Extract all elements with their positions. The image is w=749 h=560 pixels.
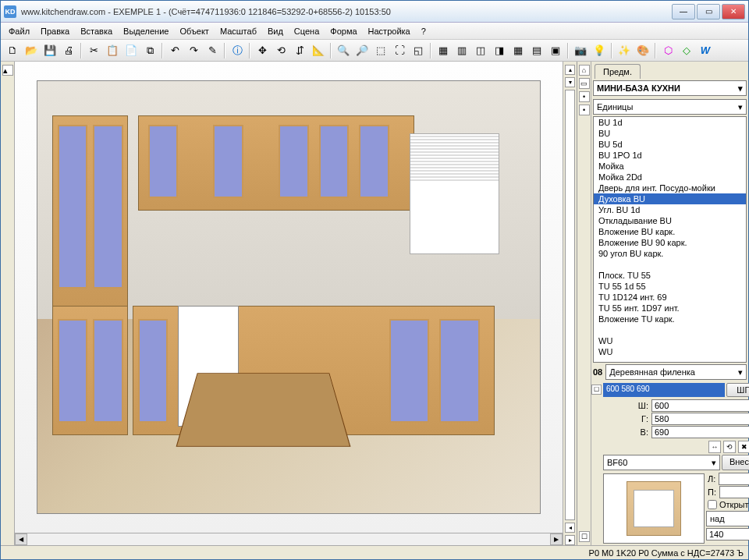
model-dropdown[interactable]: BF60 bbox=[603, 455, 720, 470]
height-val-input[interactable] bbox=[706, 528, 749, 541]
whd-button[interactable]: ШГВ bbox=[726, 383, 749, 397]
menu-view[interactable]: Вид bbox=[263, 25, 288, 37]
list-item[interactable]: WU bbox=[594, 346, 746, 357]
shape1-icon[interactable]: ⬡ bbox=[659, 42, 676, 59]
side-tool-3[interactable]: ◂ bbox=[565, 523, 575, 533]
view-real-icon[interactable]: ▣ bbox=[547, 42, 564, 59]
zoom-fit-icon[interactable]: ⛶ bbox=[391, 42, 408, 59]
tab-objects[interactable]: Предм. bbox=[595, 64, 641, 79]
list-item[interactable]: 90 угол BU карк. bbox=[594, 248, 746, 259]
light-icon[interactable]: 💡 bbox=[591, 42, 608, 59]
side-tool-2[interactable]: ▾ bbox=[565, 77, 575, 87]
list-item[interactable]: BU 5d bbox=[594, 139, 746, 150]
duplicate-icon[interactable]: ⧉ bbox=[141, 42, 158, 59]
3d-render[interactable] bbox=[15, 62, 563, 533]
view-wire-icon[interactable]: ◫ bbox=[472, 42, 489, 59]
mini-icon-1[interactable]: ↔ bbox=[708, 441, 721, 453]
menu-settings[interactable]: Настройка bbox=[364, 25, 415, 37]
copy-icon[interactable]: 📋 bbox=[104, 42, 121, 59]
redo-icon[interactable]: ↷ bbox=[185, 42, 202, 59]
view-grid-icon[interactable]: ▤ bbox=[528, 42, 545, 59]
side-icon-home[interactable]: ⌂ bbox=[579, 65, 590, 76]
mini-icon-3[interactable]: ✖ bbox=[738, 441, 749, 453]
scroll-right-icon[interactable]: ▶ bbox=[550, 533, 563, 545]
side-icon-check[interactable]: ☐ bbox=[579, 531, 590, 542]
view-color-icon[interactable]: ▦ bbox=[509, 42, 527, 59]
list-item[interactable]: BU bbox=[594, 128, 746, 139]
height-input[interactable] bbox=[651, 426, 749, 438]
list-item[interactable]: Откладывание BU bbox=[594, 215, 746, 226]
side-tool-1[interactable]: ▴ bbox=[565, 65, 575, 75]
menu-zoom[interactable]: Масштаб bbox=[215, 25, 261, 37]
list-item[interactable]: Вложение BU 90 карк. bbox=[594, 237, 746, 248]
move-icon[interactable]: ✥ bbox=[254, 42, 271, 59]
side-icon-book[interactable]: ▭ bbox=[579, 78, 590, 89]
camera-icon[interactable]: 📷 bbox=[572, 42, 589, 59]
width-input[interactable] bbox=[651, 399, 749, 412]
side-tool-4[interactable]: ▸ bbox=[565, 535, 575, 545]
menu-help[interactable]: ? bbox=[417, 25, 431, 37]
list-item[interactable]: Духовка BU bbox=[594, 193, 746, 204]
tool-icon[interactable]: ✎ bbox=[204, 42, 221, 59]
close-button[interactable]: ✕ bbox=[722, 4, 745, 19]
list-item[interactable]: Дверь для инт. Посудо-мойки bbox=[594, 183, 746, 193]
list-item[interactable]: TU 1D124 инт. 69 bbox=[594, 292, 746, 303]
wand-icon[interactable]: ✨ bbox=[616, 42, 633, 59]
horizontal-scrollbar[interactable]: ◀ ▶ bbox=[15, 533, 563, 545]
zoom-out-icon[interactable]: 🔎 bbox=[353, 42, 371, 59]
shape3-icon[interactable]: W bbox=[697, 42, 714, 59]
mini-icon-2[interactable]: ⟲ bbox=[723, 441, 736, 453]
undo-icon[interactable]: ↶ bbox=[166, 42, 183, 59]
list-item[interactable]: BU 1PO 1d bbox=[594, 150, 746, 161]
side-icon-small1[interactable]: • bbox=[579, 91, 590, 102]
scroll-left-icon[interactable]: ◀ bbox=[15, 533, 27, 545]
depth-input[interactable] bbox=[651, 413, 749, 425]
list-item[interactable]: Мойка 2Dd bbox=[594, 172, 746, 183]
zoom-all-icon[interactable]: ◱ bbox=[410, 42, 427, 59]
open-icon[interactable]: 📂 bbox=[23, 42, 40, 59]
print-icon[interactable]: 🖨 bbox=[60, 42, 77, 59]
new-icon[interactable]: 🗋 bbox=[4, 42, 21, 59]
cut-icon[interactable]: ✂ bbox=[85, 42, 102, 59]
list-item[interactable]: TU 55 инт. 1D97 инт. bbox=[594, 303, 746, 314]
menu-insert[interactable]: Вставка bbox=[76, 25, 117, 37]
info-icon[interactable]: ⓘ bbox=[229, 42, 246, 59]
menu-edit[interactable]: Правка bbox=[36, 25, 74, 37]
menu-selection[interactable]: Выделение bbox=[119, 25, 173, 37]
list-item[interactable]: BU 1d bbox=[594, 117, 746, 128]
list-item[interactable]: WU bbox=[594, 335, 746, 346]
view-elev-icon[interactable]: ▥ bbox=[453, 42, 470, 59]
menu-scene[interactable]: Сцена bbox=[289, 25, 324, 37]
view-plan-icon[interactable]: ▦ bbox=[435, 42, 452, 59]
object-list[interactable]: BU 1dBUBU 5dBU 1PO 1dМойкаМойка 2DdДверь… bbox=[593, 116, 747, 363]
list-item[interactable]: Вложение BU карк. bbox=[594, 226, 746, 237]
menu-form[interactable]: Форма bbox=[325, 25, 361, 37]
menu-file[interactable]: Файл bbox=[4, 25, 34, 37]
list-item[interactable]: Мойка bbox=[594, 161, 746, 172]
list-item[interactable]: Угл. BU 1d bbox=[594, 204, 746, 215]
open-checkbox[interactable] bbox=[708, 500, 717, 509]
zoom-area-icon[interactable]: ⬚ bbox=[372, 42, 389, 59]
rotate-icon[interactable]: ⟲ bbox=[272, 42, 289, 59]
flip-icon[interactable]: ⇵ bbox=[291, 42, 308, 59]
measure-icon[interactable]: 📐 bbox=[310, 42, 327, 59]
list-item[interactable] bbox=[594, 259, 746, 270]
shape2-icon[interactable]: ◇ bbox=[678, 42, 695, 59]
paste-icon[interactable]: 📄 bbox=[122, 42, 140, 59]
units-dropdown[interactable]: Единицы bbox=[593, 99, 747, 115]
save-icon[interactable]: 💾 bbox=[41, 42, 59, 59]
list-item[interactable]: TU 55 1d 55 bbox=[594, 281, 746, 292]
ruler-btn-up[interactable]: ▴ bbox=[2, 65, 13, 76]
catalog-dropdown[interactable]: МИНИ-БАЗА КУХНИ bbox=[593, 80, 747, 96]
insert-button[interactable]: Внести bbox=[722, 455, 749, 470]
finish-dropdown[interactable]: Деревянная филенка bbox=[605, 364, 747, 380]
menu-object[interactable]: Объект bbox=[175, 25, 213, 37]
position-dropdown[interactable]: над bbox=[706, 511, 749, 526]
list-item[interactable] bbox=[594, 324, 746, 335]
minimize-button[interactable]: — bbox=[672, 4, 695, 19]
side-icon-small2[interactable]: • bbox=[579, 105, 590, 115]
list-item[interactable]: Плоск. TU 55 bbox=[594, 270, 746, 281]
list-item[interactable]: Вложение TU карк. bbox=[594, 314, 746, 324]
checkbox-1[interactable]: ☐ bbox=[591, 385, 602, 395]
right-input[interactable] bbox=[719, 486, 749, 498]
